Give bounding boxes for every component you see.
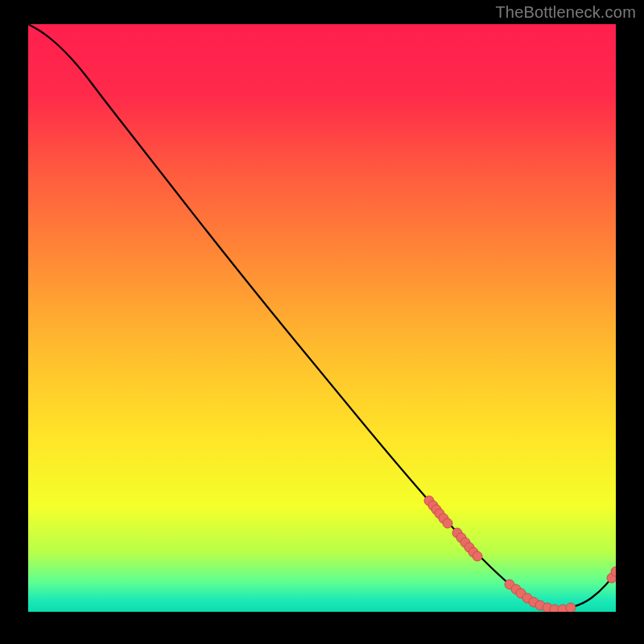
data-marker [443,518,452,528]
gradient-background [28,24,616,612]
plot-area [28,24,616,612]
chart-stage: TheBottleneck.com [0,0,644,644]
data-marker [473,551,482,561]
data-marker [566,603,576,612]
watermark-text: TheBottleneck.com [495,3,636,22]
plot-svg [28,24,616,612]
